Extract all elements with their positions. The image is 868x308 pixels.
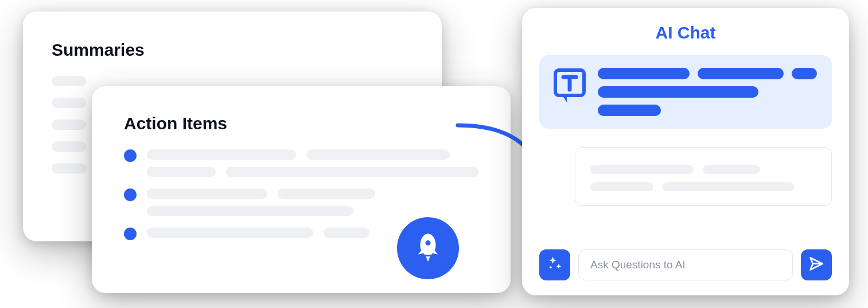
summaries-title: Summaries <box>52 40 413 60</box>
send-button[interactable] <box>801 249 832 280</box>
bullet-icon <box>124 149 137 162</box>
ai-chat-card: AI Chat <box>522 8 849 295</box>
rocket-icon <box>411 230 445 266</box>
bullet-icon <box>124 228 137 240</box>
action-items-title: Action Items <box>124 114 478 133</box>
ai-suggestions-button[interactable] <box>539 249 570 280</box>
bullet-icon <box>124 188 137 201</box>
action-items-card: Action Items <box>92 86 511 293</box>
ai-message-bubble <box>539 55 832 129</box>
ai-reply-box <box>575 147 832 206</box>
t-logo-icon <box>553 68 586 103</box>
ai-chat-title: AI Chat <box>539 23 832 43</box>
action-item-row <box>124 149 478 177</box>
action-item-row <box>124 188 478 216</box>
sparkle-icon <box>547 256 563 274</box>
ai-input-row <box>539 249 832 280</box>
svg-point-0 <box>425 240 430 245</box>
rocket-button[interactable] <box>397 217 459 279</box>
send-icon <box>808 256 824 274</box>
ai-question-input[interactable] <box>578 249 793 280</box>
